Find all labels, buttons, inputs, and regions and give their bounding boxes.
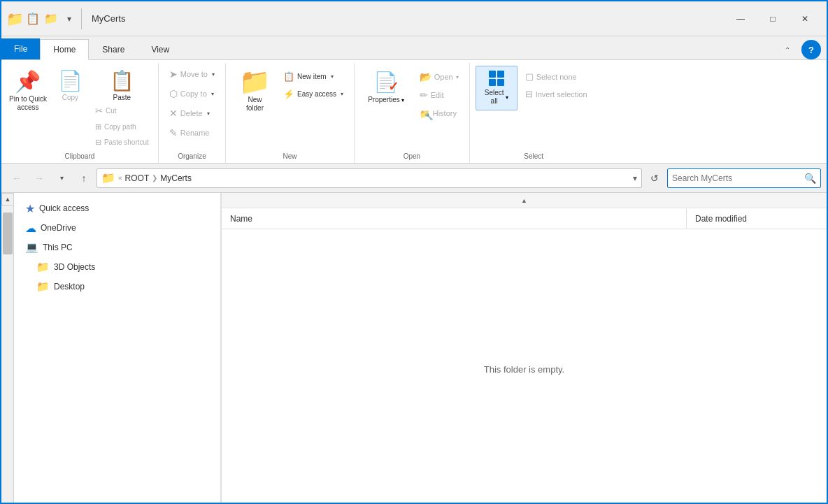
rename-button[interactable]: ✎ Rename <box>164 124 220 141</box>
refresh-button[interactable]: ↺ <box>645 168 664 188</box>
copy-to-icon: ⬡ <box>169 88 178 99</box>
up-button[interactable]: ↑ <box>74 168 94 188</box>
open-group: 📄 ✓ Properties ▾ 📂 Open ▾ ✏ <box>355 63 470 163</box>
main-area: ▲ ▼ ★ Quick access ☁ OneDrive 💻 This PC … <box>1 193 827 504</box>
new-item-button[interactable]: 📋 New item ▾ <box>278 69 348 85</box>
breadcrumb-folder[interactable]: MyCerts <box>160 173 192 183</box>
cut-button[interactable]: ✂ Cut <box>90 103 154 119</box>
address-dropdown-button[interactable]: ▾ <box>633 173 637 183</box>
folder-icon: 📁 <box>7 11 22 27</box>
sidebar-label-onedrive: OneDrive <box>41 223 76 233</box>
tab-home[interactable]: Home <box>40 39 89 60</box>
sidebar-item-desktop[interactable]: 📁 Desktop <box>14 277 220 296</box>
select-all-button[interactable]: Selectall ▾ <box>476 66 518 110</box>
search-input[interactable] <box>672 173 801 183</box>
tab-share[interactable]: Share <box>89 38 138 59</box>
this-pc-icon: 💻 <box>25 241 38 254</box>
organize-buttons: ➤ Move to ▾ ⬡ Copy to ▾ ✕ Delete ▾ ✎ Ren… <box>164 66 220 151</box>
paste-button[interactable]: 📋 Paste <box>105 66 139 103</box>
easy-access-button[interactable]: ⚡ Easy access ▾ <box>278 86 348 102</box>
select-sub-buttons: ▢ Select none ⊟ Invert selection <box>520 69 592 102</box>
edit-button[interactable]: ✏ Edit <box>415 87 464 103</box>
check-mark-icon: ✓ <box>388 79 399 94</box>
desktop-icon: 📁 <box>36 280 50 293</box>
address-folder-icon: 📁 <box>101 171 115 185</box>
copy-path-icon: ⊞ <box>95 122 101 131</box>
move-to-dropdown: ▾ <box>212 71 215 78</box>
sidebar-item-onedrive[interactable]: ☁ OneDrive <box>14 218 220 238</box>
easy-access-icon: ⚡ <box>283 89 294 99</box>
new-folder-icon[interactable]: 📁 <box>43 11 59 27</box>
close-button[interactable]: ✕ <box>789 8 821 30</box>
customize-dropdown[interactable]: ▾ <box>62 11 77 27</box>
new-item-buttons: 📋 New item ▾ ⚡ Easy access ▾ <box>278 69 348 102</box>
onedrive-icon: ☁ <box>25 222 36 235</box>
file-content: This folder is empty. <box>222 229 827 504</box>
scroll-thumb[interactable] <box>3 213 13 254</box>
maximize-button[interactable]: □ <box>757 8 789 30</box>
edit-icon: ✏ <box>420 89 428 101</box>
easy-access-dropdown: ▾ <box>341 91 343 97</box>
sidebar-label-3d-objects: 3D Objects <box>54 262 95 272</box>
navigation-bar: ← → ▾ ↑ 📁 « ROOT ❯ MyCerts ▾ ↺ 🔍 <box>1 164 827 193</box>
column-date-modified[interactable]: Date modified <box>687 208 827 229</box>
history-icon: 📁 🔧 <box>420 108 430 119</box>
move-to-button[interactable]: ➤ Move to ▾ <box>164 66 220 82</box>
breadcrumb-root[interactable]: ROOT <box>125 173 150 183</box>
new-folder-button[interactable]: 📁 Newfolder <box>231 66 278 116</box>
paste-group: 📋 Paste ✂ Cut ⊞ Copy path <box>89 66 155 150</box>
cut-icon: ✂ <box>95 106 103 116</box>
pin-to-quick-access-button[interactable]: 📌 Pin to Quick access <box>4 66 52 115</box>
breadcrumb-separator: « <box>118 174 122 182</box>
select-group-content: Selectall ▾ ▢ Select none ⊟ Invert selec… <box>476 66 592 151</box>
search-icon[interactable]: 🔍 <box>804 173 816 184</box>
forward-button[interactable]: → <box>29 168 49 188</box>
sidebar-item-quick-access[interactable]: ★ Quick access <box>14 199 220 218</box>
open-icon: 📂 <box>420 71 431 82</box>
invert-selection-button[interactable]: ⊟ Invert selection <box>520 86 592 102</box>
3d-objects-icon: 📁 <box>36 261 50 273</box>
sidebar-scrollbar: ▲ ▼ <box>1 193 14 504</box>
column-name[interactable]: Name <box>222 208 687 229</box>
sidebar-label-desktop: Desktop <box>54 282 85 291</box>
select-none-button[interactable]: ▢ Select none <box>520 69 592 85</box>
copy-to-button[interactable]: ⬡ Copy to ▾ <box>164 85 220 102</box>
open-button[interactable]: 📂 Open ▾ <box>415 69 464 85</box>
copy-path-button[interactable]: ⊞ Copy path <box>90 120 154 134</box>
minimize-button[interactable]: — <box>724 8 757 30</box>
paste-shortcut-button[interactable]: ⊟ Paste shortcut <box>90 135 154 150</box>
breadcrumb-arrow: ❯ <box>152 174 157 182</box>
back-button[interactable]: ← <box>7 168 27 188</box>
clipboard-group: 📌 Pin to Quick access 📄 Copy 📋 Paste <box>1 63 159 163</box>
select-none-icon: ▢ <box>525 71 534 82</box>
history-button[interactable]: 📁 🔧 History <box>415 105 464 122</box>
help-button[interactable]: ? <box>801 40 821 59</box>
sidebar-item-3d-objects[interactable]: 📁 3D Objects <box>14 257 220 277</box>
new-item-dropdown: ▾ <box>331 73 334 80</box>
ribbon-collapse-button[interactable]: ⌃ <box>779 41 796 58</box>
invert-selection-icon: ⊟ <box>525 89 533 99</box>
sidebar-item-this-pc[interactable]: 💻 This PC <box>14 238 220 257</box>
select-all-dropdown: ▾ <box>506 94 508 101</box>
recent-locations-button[interactable]: ▾ <box>52 168 71 188</box>
tab-file[interactable]: File <box>1 38 40 59</box>
select-all-icon <box>489 71 504 86</box>
organize-group: ➤ Move to ▾ ⬡ Copy to ▾ ✕ Delete ▾ ✎ Ren… <box>159 63 226 163</box>
search-bar: 🔍 <box>667 168 821 188</box>
copy-button[interactable]: 📄 Copy <box>53 66 87 106</box>
delete-button[interactable]: ✕ Delete ▾ <box>164 105 220 122</box>
delete-icon: ✕ <box>169 108 178 119</box>
center-content: ▲ Name Date modified This folder is empt… <box>222 193 827 504</box>
new-folder-icon: 📁 <box>239 69 271 94</box>
scroll-up-button[interactable]: ▲ <box>1 193 14 206</box>
properties-large: 📄 ✓ Properties ▾ <box>360 66 412 108</box>
sidebar: ★ Quick access ☁ OneDrive 💻 This PC 📁 3D… <box>14 193 221 504</box>
tab-view[interactable]: View <box>138 38 183 59</box>
properties-button[interactable]: 📄 ✓ Properties ▾ <box>360 66 412 108</box>
address-bar[interactable]: 📁 « ROOT ❯ MyCerts ▾ <box>97 168 642 188</box>
new-group: 📁 Newfolder 📋 New item ▾ ⚡ Easy access ▾… <box>226 63 355 163</box>
pin-icon[interactable]: 📋 <box>25 11 41 27</box>
window-controls: — □ ✕ <box>724 8 821 30</box>
quick-access-toolbar: 📁 📋 📁 ▾ <box>7 11 77 27</box>
paste-icon: 📋 <box>110 69 134 92</box>
